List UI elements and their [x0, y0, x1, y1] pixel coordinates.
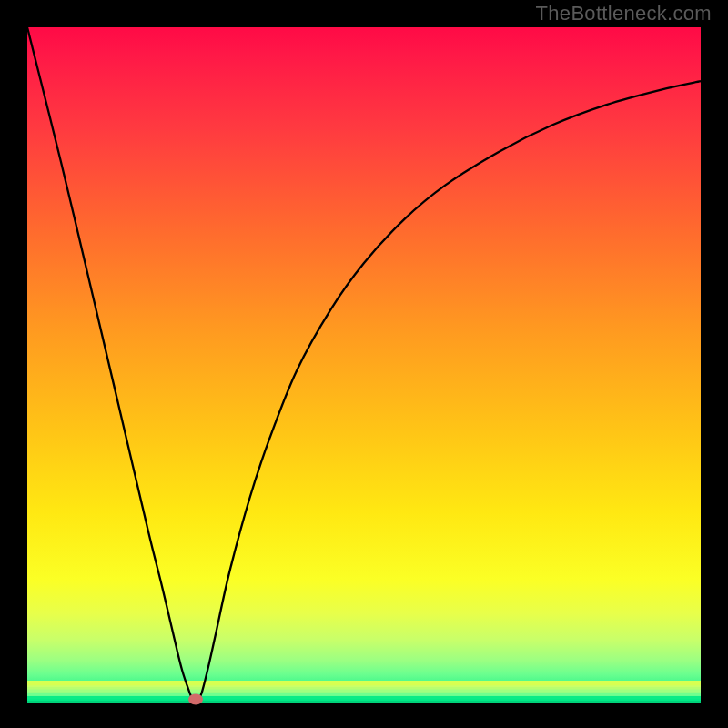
minimum-marker — [188, 694, 203, 705]
bottleneck-curve — [27, 27, 701, 701]
chart-svg — [27, 27, 701, 701]
watermark-text: TheBottleneck.com — [536, 2, 712, 25]
chart-frame: TheBottleneck.com — [0, 0, 728, 728]
plot-area — [27, 27, 701, 701]
